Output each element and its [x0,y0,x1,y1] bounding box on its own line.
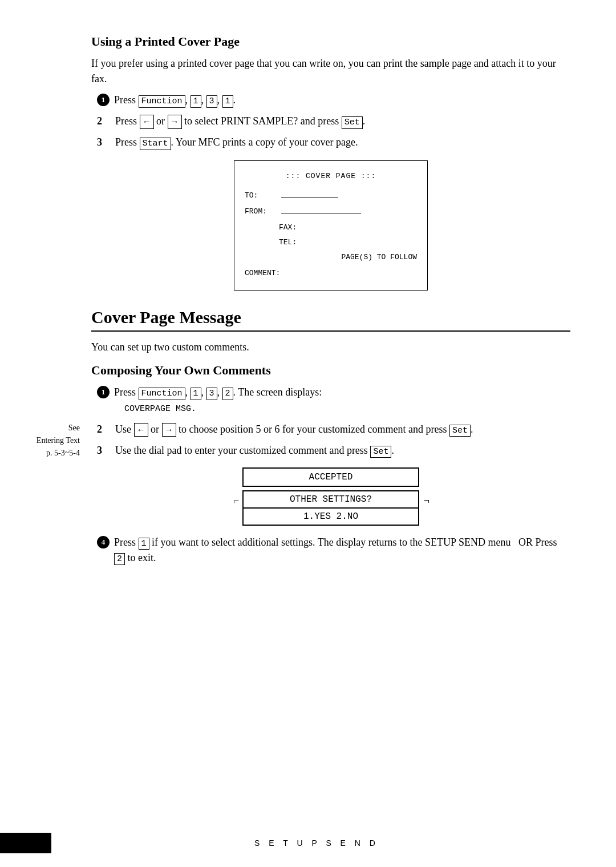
cover-to-row: TO: [245,188,417,203]
key-1-step4: 1 [139,538,149,550]
footer: S E T U P S E N D [0,833,616,853]
printed-cover-title: Using a Printed Cover Page [91,34,570,49]
cover-comment-row: COMMENT: [245,266,417,281]
footer-black-box [0,833,51,853]
composing-step-1: 1 Press Function, 1, 3, 2. The screen di… [97,385,570,416]
composing-step-num-2: 2 [97,422,113,437]
cover-from-underline [281,207,361,213]
composing-step-2: 2 Use ← or → to choose position 5 or 6 f… [97,422,570,437]
lcd-block: ACCEPTED ⌐ OTHER SETTINGS? 1.YES 2.NO ¬ [242,467,419,526]
key-2a: 2 [222,388,233,400]
sidebar-entering-text: Entering Text [37,436,80,445]
step-num-2: 2 [97,114,113,129]
key-set-1: Set [342,116,363,129]
lcd-accepted: ACCEPTED [242,467,419,487]
cover-tel-label: TEL: [279,238,297,247]
key-1a: 1 [191,95,201,108]
section-cover-message: Cover Page Message You can set up two cu… [91,308,570,566]
cover-page-sample-title: ::: COVER PAGE ::: [245,169,417,184]
composing-step-3: 3 Use the dial pad to enter your customi… [97,443,570,458]
step-2-wrapper: See Entering Text p. 5-3~5-4 2 Use ← or … [97,422,570,437]
cover-from-label: FROM: [245,204,279,219]
sidebar-page-ref: p. 5-3~5-4 [46,449,80,457]
composing-title: Composing Your Own Comments [91,363,570,378]
step-3: 3 Press Start. Your MFC prints a copy of… [97,135,570,150]
cover-fax-row: FAX: [245,220,417,235]
key-arrow-left: ← [140,115,154,129]
footer-text: S E T U P S E N D [51,838,582,848]
key-function: Function [139,95,185,108]
composing-step-num-3: 3 [97,443,113,458]
cover-tel-row: TEL: [245,235,417,250]
key-2-step4: 2 [114,553,125,566]
composing-step-1-content: Press Function, 1, 3, 2. The screen disp… [114,385,570,416]
composing-step-4: 4 Press 1 if you want to select addition… [97,535,570,566]
cover-to-underline [281,191,338,197]
screen-coverpage-msg: COVERPAGE MSG. [124,404,196,414]
step-1-content: Press Function, 1, 3, 1. [114,92,570,108]
printed-cover-intro: If you prefer using a printed cover page… [91,56,570,87]
section-printed-cover: Using a Printed Cover Page If you prefer… [91,34,570,291]
cover-message-title: Cover Page Message [91,308,570,332]
key-arrow-right-2: → [162,423,176,437]
lcd-other-settings: OTHER SETTINGS? [242,490,419,509]
step-3-content: Press Start. Your MFC prints a copy of y… [115,135,570,150]
lcd-curved-wrapper: ⌐ OTHER SETTINGS? 1.YES 2.NO ¬ [242,490,419,526]
cover-comment-label: COMMENT: [245,266,280,281]
key-3a: 3 [206,95,217,108]
cover-page-sample-box: ::: COVER PAGE ::: TO: FROM: FAX: TEL: P… [234,160,428,291]
key-1c: 1 [191,388,201,400]
lcd-arrow-left-icon: ⌐ [233,495,239,507]
composing-step-2-content: Use ← or → to choose position 5 or 6 for… [115,422,570,437]
key-arrow-right: → [168,115,182,129]
cover-message-intro: You can set up two custom comments. [91,340,570,355]
key-start: Start [140,138,171,150]
cover-pages-row: PAGE(S) TO FOLLOW [245,250,417,265]
key-set-3: Set [370,446,391,458]
step-2-content: Press ← or → to select PRINT SAMPLE? and… [115,114,570,129]
composing-step-3-content: Use the dial pad to enter your customize… [115,443,570,458]
key-arrow-left-2: ← [134,423,148,437]
key-3b: 3 [206,388,217,400]
sidebar-note: See Entering Text p. 5-3~5-4 [23,422,80,460]
key-function-2: Function [139,388,185,400]
step-num-1: 1 [97,94,110,106]
step-2: 2 Press ← or → to select PRINT SAMPLE? a… [97,114,570,129]
composing-step-4-content: Press 1 if you want to select additional… [114,535,570,566]
step-num-3: 3 [97,135,113,150]
cover-to-label: TO: [245,188,279,203]
step-1: 1 Press Function, 1, 3, 1. [97,92,570,108]
subsection-composing: Composing Your Own Comments 1 Press Func… [91,363,570,566]
lcd-yes-no: 1.YES 2.NO [242,509,419,526]
key-set-2: Set [449,425,471,437]
composing-step-num-1: 1 [97,386,110,398]
lcd-arrow-right-icon: ¬ [424,495,429,507]
cover-fax-label: FAX: [279,223,297,232]
sidebar-see: See [68,424,80,432]
composing-step-num-4: 4 [97,536,110,549]
cover-pages-label: PAGE(S) TO FOLLOW [341,253,417,261]
page-content: Using a Printed Cover Page If you prefer… [91,23,570,566]
key-1b: 1 [222,95,233,108]
cover-from-row: FROM: [245,204,417,219]
